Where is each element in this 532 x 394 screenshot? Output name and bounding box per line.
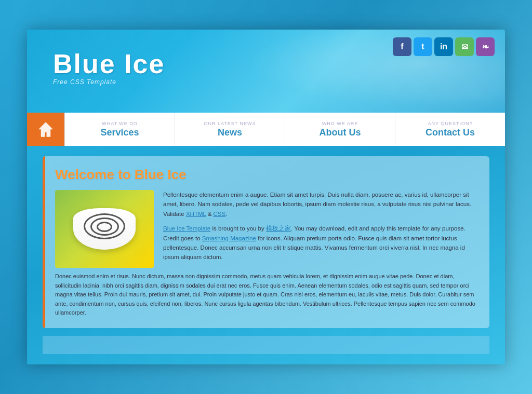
content-body: Pellentesque elementum enim a augue. Eti…	[55, 190, 477, 268]
message-icon[interactable]: ✉	[455, 37, 474, 56]
nav-about[interactable]: WHO WE ARE About Us	[285, 113, 395, 146]
svg-marker-0	[39, 123, 53, 137]
nav-news-main: News	[218, 127, 242, 138]
nav-contact[interactable]: ANY QUESTION? Contact Us	[395, 113, 505, 146]
paragraph-2: Blue Ice Template is brought to you by 模…	[163, 224, 477, 262]
nav-about-main: About Us	[320, 127, 361, 138]
bowl-illustration	[73, 208, 136, 250]
page-wrapper: f t in ✉ ❧ Blue Ice Free CSS Template WH…	[27, 30, 505, 364]
welcome-title: Welcome to Blue Ice	[55, 167, 477, 183]
source-link[interactable]: 模板之家	[266, 225, 291, 232]
nav-services[interactable]: WHAT WE DO Services	[64, 113, 175, 146]
linkedin-icon[interactable]: in	[434, 37, 453, 56]
social-icons: f t in ✉ ❧	[393, 37, 495, 56]
xhtml-link[interactable]: XHTML	[186, 211, 206, 217]
css-link[interactable]: CSS	[214, 211, 226, 217]
bowl-ring-3	[97, 222, 112, 232]
nav-contact-main: Contact Us	[425, 127, 475, 138]
paragraph-3: Donec euismod enim et risus. Nunc dictum…	[55, 272, 477, 318]
home-button[interactable]	[27, 113, 64, 146]
nav-news[interactable]: OUR LATEST NEWS News	[175, 113, 285, 146]
paragraph-1: Pellentesque elementum enim a augue. Eti…	[163, 190, 477, 219]
site-subtitle: Free CSS Template	[53, 78, 489, 86]
nav-news-small: OUR LATEST NEWS	[204, 121, 256, 126]
nav-services-small: WHAT WE DO	[102, 121, 138, 126]
header: f t in ✉ ❧ Blue Ice Free CSS Template	[27, 30, 505, 113]
nav-services-main: Services	[100, 127, 139, 138]
template-link[interactable]: Blue Ice Template	[163, 225, 210, 232]
nav-about-small: WHO WE ARE	[322, 121, 358, 126]
home-icon	[36, 120, 55, 139]
content-area: Welcome to Blue Ice Pellentesque element…	[27, 146, 505, 364]
smashing-link[interactable]: Smashing Magazine	[202, 235, 256, 241]
facebook-icon[interactable]: f	[393, 37, 411, 56]
rss-icon[interactable]: ❧	[476, 37, 495, 56]
article-image	[55, 190, 154, 268]
nav-bar: WHAT WE DO Services OUR LATEST NEWS News…	[27, 113, 505, 146]
nav-contact-small: ANY QUESTION?	[428, 121, 473, 126]
twitter-icon[interactable]: t	[414, 37, 432, 56]
article-text: Pellentesque elementum enim a augue. Eti…	[163, 190, 477, 268]
bottom-bar	[43, 336, 489, 354]
content-card: Welcome to Blue Ice Pellentesque element…	[43, 156, 489, 328]
